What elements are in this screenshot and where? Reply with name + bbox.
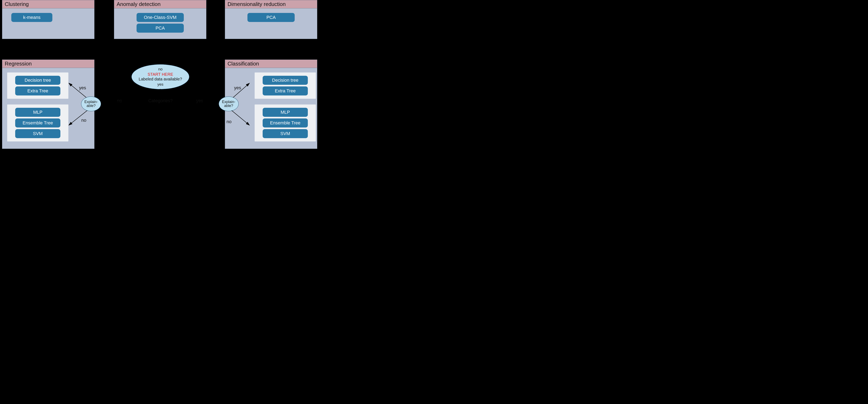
algo-pca-dimred: PCA [247,13,295,22]
decision-start: no START HERE Labeled data available? ye… [131,64,189,89]
panel-regression-title: Regression [2,60,94,68]
decision-explainable-left: Explain- able? [81,96,101,111]
edge-yes-left: yes [79,85,86,91]
label-yes-bottom: yes [157,82,163,87]
panel-classification-body: Decision tree Extra Tree MLP Ensemble Tr… [225,68,317,146]
edge-cat-yes: yes [196,98,203,103]
explain-left-l2: able? [87,104,95,108]
label-no-top: no [158,67,162,71]
explain-left-l1: Explain- [84,100,98,104]
regression-yes-group: Decision tree Extra Tree [7,72,68,99]
algo-reg-decisiontree: Decision tree [15,76,60,85]
edge-no-left: no [81,118,86,123]
classification-yes-group: Decision tree Extra Tree [255,72,316,99]
panel-classification: Classification Decision tree Extra Tree … [225,60,317,149]
start-question: Labeled data available? [138,77,182,82]
algo-pca-anomaly: PCA [136,24,184,33]
algo-cls-mlp: MLP [262,108,308,117]
classification-no-group: MLP Ensemble Tree SVM [255,104,316,142]
panel-regression: Regression Decision tree Extra Tree MLP … [2,60,94,149]
panel-clustering: Clustering k-means [2,0,94,39]
explain-right-l1: Explain- [222,100,235,104]
edge-no-right: no [226,119,231,124]
diagram-canvas: Clustering k-means Anomaly detection One… [0,0,320,150]
algo-cls-extratree: Extra Tree [262,86,308,95]
panel-clustering-body: k-means [2,8,94,27]
algo-kmeans: k-means [11,13,52,22]
edge-categories: Categories? [148,98,173,103]
algo-reg-svm: SVM [15,129,60,138]
panel-dimred-body: PCA [225,8,317,27]
panel-anomaly-title: Anomaly detection [114,0,206,8]
regression-no-group: MLP Ensemble Tree SVM [7,104,68,142]
panel-dimred-title: Dimensionality reduction [225,0,317,8]
edge-yes-right: yes [234,85,241,91]
panel-classification-title: Classification [225,60,317,68]
panel-clustering-title: Clustering [2,0,94,8]
algo-cls-decisiontree: Decision tree [262,76,308,85]
decision-explainable-right: Explain- able? [219,96,239,111]
panel-anomaly-body: One-Class-SVM PCA [114,8,206,37]
panel-regression-body: Decision tree Extra Tree MLP Ensemble Tr… [2,68,94,146]
algo-cls-ensemble: Ensemble Tree [262,119,308,127]
panel-dimred: Dimensionality reduction PCA [225,0,317,39]
algo-reg-mlp: MLP [15,108,60,117]
start-here-text: START HERE [148,72,173,77]
algo-reg-ensemble: Ensemble Tree [15,119,60,127]
panel-anomaly: Anomaly detection One-Class-SVM PCA [114,0,206,39]
edge-cat-no: no [117,98,122,103]
algo-reg-extratree: Extra Tree [15,86,60,95]
algo-cls-svm: SVM [262,129,308,138]
algo-oneclass-svm: One-Class-SVM [136,13,184,22]
explain-right-l2: able? [224,104,233,108]
